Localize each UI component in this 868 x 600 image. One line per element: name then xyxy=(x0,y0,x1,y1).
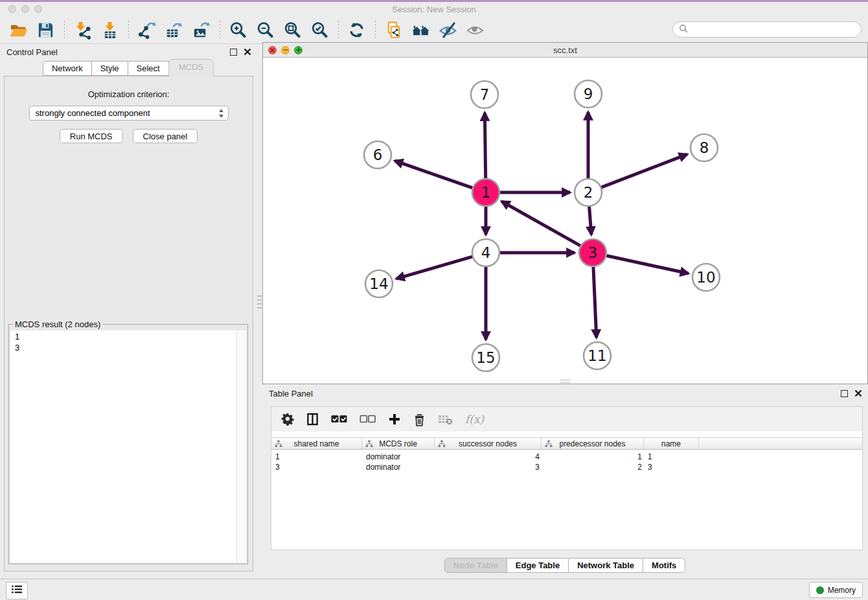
export-network-button[interactable] xyxy=(136,20,157,41)
search-box[interactable] xyxy=(672,21,862,38)
minimize-window-button[interactable] xyxy=(21,5,29,13)
export-image-button[interactable] xyxy=(190,20,212,41)
optimization-dropdown[interactable]: strongly connected component xyxy=(29,106,229,121)
network-minimize-button[interactable] xyxy=(281,46,290,54)
apply-layout-button[interactable] xyxy=(346,20,367,41)
export-table-button[interactable] xyxy=(163,20,185,41)
delete-columns-button[interactable] xyxy=(413,413,426,426)
tab-network[interactable]: Network xyxy=(43,61,92,76)
deselect-all-button[interactable] xyxy=(360,415,376,424)
cell-MCDS-role[interactable]: dominator xyxy=(362,452,435,461)
network-resize-grip[interactable] xyxy=(560,380,571,383)
tab-style[interactable]: Style xyxy=(91,61,128,76)
mcds-result-title: MCDS result (2 nodes) xyxy=(13,319,102,329)
graph-node-6[interactable]: 6 xyxy=(364,141,391,168)
graph-node-9[interactable]: 9 xyxy=(575,80,602,108)
column-header-MCDS-role[interactable]: MCDS role xyxy=(362,438,435,449)
graph-edge-3-1[interactable] xyxy=(501,202,582,247)
graph-edge-1-6[interactable] xyxy=(394,161,474,189)
zoom-in-button[interactable] xyxy=(227,20,249,41)
graph-edge-2-8[interactable] xyxy=(600,154,687,188)
graph-node-10[interactable]: 10 xyxy=(692,264,720,291)
column-header-predecessor-nodes[interactable]: predecessor nodes xyxy=(542,438,644,449)
close-panel-button[interactable]: Close panel xyxy=(133,129,198,143)
tab-mcds[interactable]: MCDS xyxy=(168,59,214,77)
table-row[interactable]: 3dominator323 xyxy=(271,462,862,472)
search-input[interactable] xyxy=(691,24,861,35)
table-header-row: shared nameMCDS rolesuccessor nodesprede… xyxy=(271,437,862,450)
network-overview-button[interactable] xyxy=(410,20,431,41)
graph-edge-3-11[interactable] xyxy=(593,265,597,338)
svg-text:11: 11 xyxy=(588,347,606,364)
panel-divider-grip[interactable] xyxy=(257,295,262,310)
graph-node-2[interactable]: 2 xyxy=(575,179,602,206)
fx-icon: f(x) xyxy=(465,413,484,426)
graph-edge-3-10[interactable] xyxy=(605,255,689,273)
graph-edge-2-3[interactable] xyxy=(589,205,591,235)
show-all-button[interactable] xyxy=(464,20,486,41)
hide-selected-button[interactable] xyxy=(437,20,459,41)
column-header-successor-nodes[interactable]: successor nodes xyxy=(435,438,542,449)
select-all-button[interactable] xyxy=(331,415,347,424)
toolbar-separator xyxy=(64,21,65,40)
graph-edge-4-14[interactable] xyxy=(396,256,474,279)
graph-node-15[interactable]: 15 xyxy=(472,344,499,371)
cell-name[interactable]: 1 xyxy=(644,452,699,461)
cell-shared-name[interactable]: 3 xyxy=(271,463,362,472)
tab-motifs[interactable]: Motifs xyxy=(643,558,685,573)
table-panel-title: Table Panel xyxy=(269,389,313,398)
open-session-button[interactable] xyxy=(8,20,29,41)
network-maximize-button[interactable] xyxy=(294,46,303,54)
close-control-panel-icon[interactable] xyxy=(244,47,251,57)
import-network-button[interactable] xyxy=(72,20,93,41)
result-scrollbar[interactable] xyxy=(236,330,246,562)
cell-successor-nodes[interactable]: 4 xyxy=(435,452,542,461)
graph-node-8[interactable]: 8 xyxy=(691,134,718,161)
cell-predecessor-nodes[interactable]: 2 xyxy=(542,463,644,472)
mcds-buttons: Run MCDS Close panel xyxy=(5,129,253,143)
memory-button[interactable]: Memory xyxy=(809,582,863,598)
zoom-fit-button[interactable] xyxy=(282,20,303,41)
close-table-panel-icon[interactable] xyxy=(855,389,862,398)
network-close-button[interactable] xyxy=(268,46,277,54)
memory-status-icon xyxy=(816,586,824,594)
network-window-titlebar[interactable]: scc.txt xyxy=(263,43,867,58)
toolbar-separator xyxy=(128,21,129,40)
network-canvas[interactable]: 7968124314101511 xyxy=(263,58,867,384)
tab-select[interactable]: Select xyxy=(128,61,169,76)
graph-node-4[interactable]: 4 xyxy=(472,239,499,266)
network-graph: 7968124314101511 xyxy=(263,58,867,384)
zoom-window-button[interactable] xyxy=(34,5,42,13)
graph-node-7[interactable]: 7 xyxy=(471,81,498,108)
column-header-name[interactable]: name xyxy=(644,438,699,449)
graph-node-11[interactable]: 11 xyxy=(584,342,611,369)
graph-node-14[interactable]: 14 xyxy=(365,270,393,297)
graph-edge-1-7[interactable] xyxy=(485,113,485,180)
clone-network-button[interactable] xyxy=(383,20,404,41)
import-table-button[interactable] xyxy=(99,20,120,41)
zoom-selected-button[interactable] xyxy=(309,20,330,41)
cell-name[interactable]: 3 xyxy=(644,463,699,472)
zoom-out-button[interactable] xyxy=(255,20,276,41)
cell-successor-nodes[interactable]: 3 xyxy=(435,463,542,472)
graph-node-1[interactable]: 1 xyxy=(472,179,499,206)
task-history-button[interactable] xyxy=(6,582,28,599)
column-header-shared-name[interactable]: shared name xyxy=(271,438,362,449)
cell-MCDS-role[interactable]: dominator xyxy=(362,463,435,472)
window-controls xyxy=(8,5,42,13)
tab-network-table[interactable]: Network Table xyxy=(568,558,643,573)
close-window-button[interactable] xyxy=(8,5,16,13)
float-control-panel-icon[interactable] xyxy=(230,49,237,56)
float-table-panel-icon[interactable] xyxy=(841,390,848,397)
cell-predecessor-nodes[interactable]: 1 xyxy=(542,452,644,461)
table-mode-button[interactable] xyxy=(281,413,294,426)
show-hide-columns-button[interactable] xyxy=(306,413,319,426)
tab-edge-table[interactable]: Edge Table xyxy=(507,558,569,573)
save-session-button[interactable] xyxy=(35,20,56,41)
cell-shared-name[interactable]: 1 xyxy=(271,452,362,461)
graph-node-3[interactable]: 3 xyxy=(579,239,606,266)
new-column-button[interactable] xyxy=(388,413,401,426)
run-mcds-button[interactable]: Run MCDS xyxy=(60,129,123,143)
tab-node-table[interactable]: Node Table xyxy=(444,558,507,573)
table-row[interactable]: 1dominator411 xyxy=(271,452,862,462)
